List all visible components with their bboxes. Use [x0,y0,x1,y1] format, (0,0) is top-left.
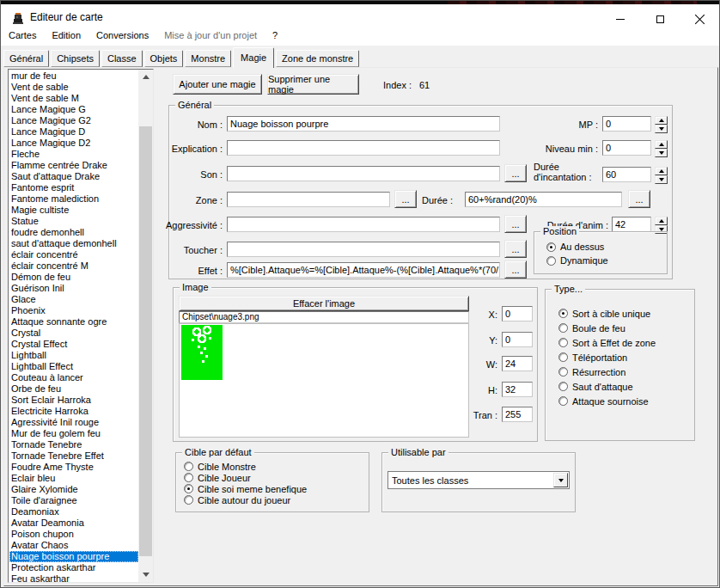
zone-field[interactable] [227,192,390,207]
list-item[interactable]: Lance Magique D [9,126,138,138]
tab[interactable]: Général [3,50,49,67]
effet-browse-button[interactable]: ... [504,260,527,279]
scroll-down-button[interactable] [138,567,153,582]
niveau-min-field[interactable]: 0 [602,140,651,156]
tab[interactable]: Magie [233,47,274,68]
list-item[interactable]: Tornade Tenebre [9,439,138,450]
menu-item[interactable]: Edition [44,27,88,46]
zone-browse-button[interactable]: ... [394,190,417,208]
list-item[interactable]: Mur de feu golem feu [9,428,138,439]
tab[interactable]: Zone de monstre [276,50,359,67]
list-item[interactable]: Foudre Ame Thyste [9,462,138,473]
son-field[interactable] [227,166,500,181]
list-item[interactable]: Orbe de feu [9,383,138,395]
menu-item[interactable]: Mise à jour d'un projet [156,27,265,46]
explication-field[interactable] [227,140,500,156]
image-path-field[interactable]: Chipset\nuage3.png [179,311,469,323]
aggressivite-field[interactable] [227,217,500,232]
list-item[interactable]: Toile d'araignee [9,495,138,506]
list-item[interactable]: Agressivité Inil rouge [9,417,138,428]
tab[interactable]: Classe [101,50,143,67]
y-field[interactable]: 0 [502,332,533,347]
tran-field[interactable]: 255 [502,407,533,422]
list-item[interactable]: Tornade Tenebre Effet [9,450,138,462]
nom-field[interactable]: Nuage boisson pourpre [227,116,500,132]
list-item[interactable]: Glaire Xylomide [9,484,138,495]
tab[interactable]: Chipsets [51,50,100,67]
classes-dropdown[interactable]: Toutes les classes [387,471,570,489]
list-item[interactable]: saut d'attaque demonhell [9,238,138,249]
remove-magic-button[interactable]: Supprimer une magie [267,74,359,95]
position-radio-option[interactable]: Au dessus [546,240,608,254]
incantation-spin-down[interactable] [655,175,668,184]
list-item[interactable]: Attaque sonnante ogre [9,316,138,328]
list-item[interactable]: Vent de sable [9,82,138,93]
list-item[interactable]: éclair concentré [9,249,138,260]
type-radio-option[interactable]: Sort à Effet de zone [558,335,656,350]
aggressivite-browse-button[interactable]: ... [504,215,527,233]
anim-spin-up[interactable] [655,217,668,225]
son-browse-button[interactable]: ... [504,164,527,182]
type-radio-option[interactable]: Sort à cible unique [558,306,656,321]
list-item[interactable]: Lightball Effect [9,361,138,372]
list-item[interactable]: Fantome esprit [9,182,138,193]
type-radio-option[interactable]: Saut d'attaque [558,379,656,394]
mp-field[interactable]: 0 [602,116,651,132]
list-item[interactable]: Avatar Chaos [9,540,138,551]
list-item[interactable]: foudre demonhell [9,227,138,238]
cible-radio-option[interactable]: Cible Monstre [184,461,307,472]
x-field[interactable]: 0 [502,306,533,322]
toucher-browse-button[interactable]: ... [504,240,527,258]
list-item[interactable]: Protection askarthar [9,562,138,573]
effet-field[interactable]: %[Cible].Attaque%=%[Cible].Attaque%-(%[C… [227,262,500,278]
niveau-spin-down[interactable] [655,149,668,157]
list-item[interactable]: Eclair bleu [9,473,138,484]
list-item[interactable]: Avatar Deamonia [9,518,138,529]
list-item[interactable]: Couteau à lancer [9,372,138,383]
menu-item[interactable]: Cartes [1,27,44,46]
incantation-spinner[interactable] [655,167,668,184]
duree-anim-field[interactable]: 42 [612,217,651,232]
list-item[interactable]: Vent de sable M [9,93,138,104]
cible-radio-option[interactable]: Cible autour du joueur [184,494,307,505]
list-item[interactable]: Crystal [9,328,138,339]
list-item[interactable]: Lance Magique G [9,104,138,115]
list-item[interactable]: Guérison Inil [9,283,138,294]
list-item[interactable]: Glace [9,294,138,305]
list-item[interactable]: Fleche [9,149,138,160]
tab[interactable]: Objets [144,50,184,67]
scroll-up-button[interactable] [138,70,153,84]
h-field[interactable]: 32 [502,382,533,397]
add-magic-button[interactable]: Ajouter une magie [173,74,262,95]
list-item[interactable]: Statue [9,216,138,227]
toucher-field[interactable] [227,242,500,257]
mp-spin-down[interactable] [655,125,668,133]
list-item[interactable]: Electricite Harroka [9,406,138,417]
list-item[interactable]: Magie cultiste [9,205,138,216]
clear-image-button[interactable]: Effacer l'image [179,296,469,311]
scrollbar-thumb[interactable] [139,126,152,556]
tab[interactable]: Monstre [185,50,231,67]
list-item[interactable]: Flamme centrée Drake [9,160,138,171]
duree-field[interactable]: 60+%rand(20)% [465,192,622,207]
niveau-spinner[interactable] [655,140,668,157]
mp-spinner[interactable] [655,116,668,133]
type-radio-option[interactable]: Téléportation [558,350,656,364]
dropdown-button[interactable] [553,473,568,487]
list-item[interactable]: Démon de feu [9,272,138,283]
type-radio-option[interactable]: Résurrection [558,364,656,379]
list-item[interactable]: Saut d'attaque Drake [9,171,138,182]
list-item[interactable]: Fantome malediction [9,193,138,205]
sprite-preview-area[interactable] [179,323,469,438]
incantation-spin-up[interactable] [655,167,668,175]
list-item[interactable]: Lance Magique D2 [9,138,138,149]
list-item[interactable]: Deamoniax [9,506,138,518]
list-item[interactable]: Lance Magique G2 [9,115,138,126]
mp-spin-up[interactable] [655,116,668,125]
list-item[interactable]: Sort Eclair Harroka [9,395,138,406]
incantation-field[interactable]: 60 [602,167,651,182]
list-item[interactable]: Crystal Effect [9,339,138,350]
menu-item[interactable]: ? [265,27,285,46]
list-item[interactable]: éclair concentré M [9,260,138,272]
w-field[interactable]: 24 [502,356,533,371]
